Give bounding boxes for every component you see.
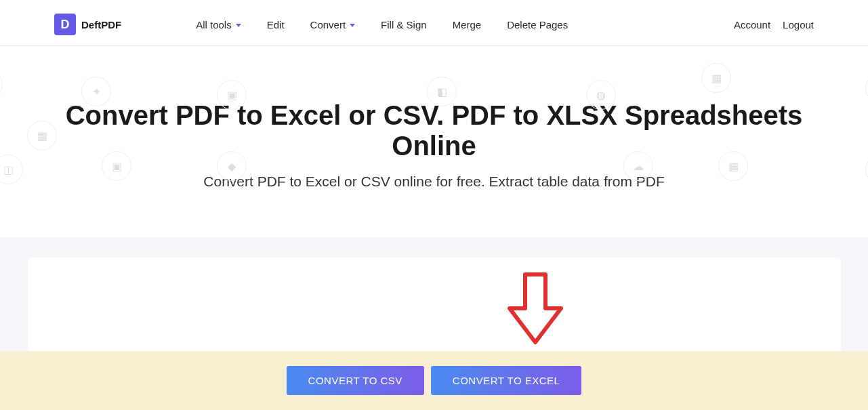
page-subtitle: Convert PDF to Excel or CSV online for f… bbox=[27, 173, 841, 190]
arrow-down-annotation bbox=[501, 268, 569, 352]
logo-text: DeftPDF bbox=[81, 19, 121, 30]
decor-icon: ▣ bbox=[102, 151, 131, 181]
decor-icon: ▦ bbox=[701, 63, 731, 93]
nav-convert[interactable]: Convert bbox=[310, 19, 356, 30]
decor-icon: ◍ bbox=[586, 80, 616, 110]
decor-icon: ◫ bbox=[0, 155, 23, 184]
chevron-down-icon bbox=[236, 24, 241, 27]
nav-merge[interactable]: Merge bbox=[453, 19, 482, 30]
decor-icon: ✦ bbox=[865, 155, 868, 184]
account-link[interactable]: Account bbox=[734, 19, 770, 30]
logo-icon: D bbox=[54, 14, 76, 35]
decor-icon: ◐ bbox=[865, 73, 868, 103]
main-header: D DeftPDF All tools Edit Convert Fill & … bbox=[0, 0, 868, 46]
page-title: Convert PDF to Excel or CSV. PDF to XLSX… bbox=[27, 100, 841, 161]
decor-icon: ☁ bbox=[623, 151, 653, 181]
chevron-down-icon bbox=[350, 24, 355, 27]
decor-icon: ✦ bbox=[81, 77, 111, 106]
decor-icon: ◆ bbox=[217, 151, 247, 181]
logo[interactable]: D DeftPDF bbox=[54, 14, 121, 35]
nav-edit[interactable]: Edit bbox=[267, 19, 285, 30]
nav-all-tools-label: All tools bbox=[196, 19, 232, 30]
action-bar: CONVERT TO CSV CONVERT TO EXCEL bbox=[0, 351, 868, 410]
nav-delete-pages[interactable]: Delete Pages bbox=[507, 19, 568, 30]
decor-icon: ▦ bbox=[27, 121, 57, 150]
header-right: Account Logout bbox=[734, 19, 814, 30]
nav-convert-label: Convert bbox=[310, 19, 346, 30]
decor-icon: ▦ bbox=[718, 151, 748, 181]
hero-section: ◆ ✦ ▣ ◧ ◍ ▦ ◐ ▦ ◫ ▣ ◆ ☁ ▦ ✦ Convert PDF … bbox=[0, 46, 868, 237]
nav-all-tools[interactable]: All tools bbox=[196, 19, 241, 30]
main-nav: All tools Edit Convert Fill & Sign Merge… bbox=[196, 19, 568, 30]
convert-to-excel-button[interactable]: CONVERT TO EXCEL bbox=[431, 366, 582, 395]
logout-link[interactable]: Logout bbox=[783, 19, 814, 30]
decor-icon: ◆ bbox=[0, 70, 3, 100]
nav-fill-sign[interactable]: Fill & Sign bbox=[381, 19, 427, 30]
decor-icon: ◧ bbox=[427, 77, 457, 106]
convert-to-csv-button[interactable]: CONVERT TO CSV bbox=[287, 366, 424, 395]
decor-icon: ▣ bbox=[217, 80, 247, 110]
